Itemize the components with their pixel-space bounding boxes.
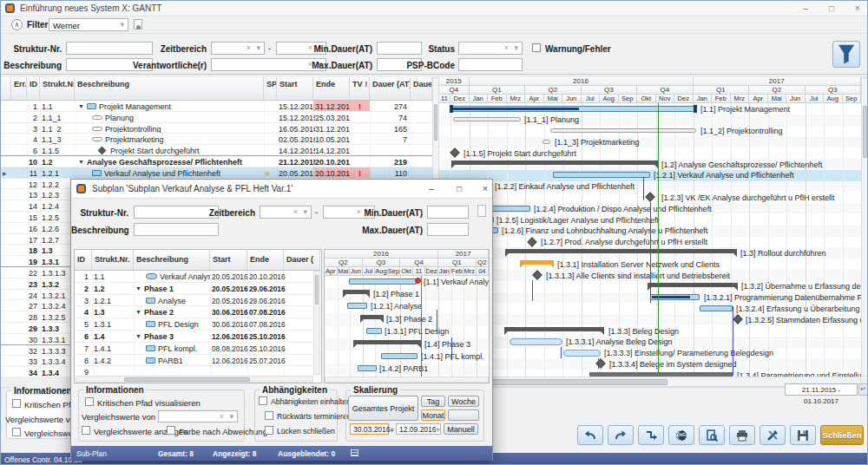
table-row[interactable]: 81.4.2PARB112.06.201625.07.2016: [75, 355, 320, 367]
maximize-icon[interactable]: □: [822, 3, 841, 15]
tag-button[interactable]: Tag: [421, 396, 445, 407]
skal-to-date[interactable]: 12.09.2016▾: [396, 423, 441, 435]
subplan-column-5[interactable]: Dauer (: [284, 250, 320, 270]
column-header-struktnr[interactable]: Strukt.Nr.: [40, 77, 75, 100]
column-header-tv[interactable]: TV!: [350, 77, 370, 100]
redo-button[interactable]: [608, 425, 634, 445]
dropdown-icon[interactable]: ▾: [437, 425, 440, 434]
dialog-close-icon[interactable]: ×: [474, 182, 496, 196]
column-header-sp[interactable]: SP: [264, 77, 277, 100]
gantt-bar-summary[interactable]: [360, 315, 384, 319]
subplan-column-4[interactable]: Ende: [247, 250, 284, 270]
close-dialog-button[interactable]: Schließen: [820, 425, 864, 445]
gantt-bar-task[interactable]: [450, 106, 697, 112]
psp-input[interactable]: [458, 58, 523, 71]
gantt-bar-pill[interactable]: [542, 140, 550, 144]
preview-button[interactable]: [699, 425, 725, 445]
gantt-vscrollbar-thumb[interactable]: [863, 106, 867, 158]
subplan-column-0[interactable]: ID: [75, 250, 92, 270]
table-row[interactable]: 31.1_2Projektontrolling16.05.201631.12.2…: [1, 123, 432, 134]
column-header-id[interactable]: ID: [27, 77, 40, 100]
gantt-bar-pill[interactable]: [453, 117, 521, 121]
grid-icon[interactable]: [351, 449, 358, 456]
gantt-bar-task[interactable]: [349, 278, 417, 285]
dlg-zeit-from-combo[interactable]: × ▾: [260, 206, 312, 219]
new-filter-icon[interactable]: [134, 19, 142, 29]
settings-button[interactable]: [760, 425, 786, 445]
column-header-dauerat[interactable]: Dauer (AT): [370, 77, 411, 100]
column-header-dauer[interactable]: Dauer: [411, 77, 432, 100]
gantt-bar-rounded[interactable]: [563, 350, 601, 357]
woche-button[interactable]: Woche: [448, 396, 479, 407]
table-row[interactable]: ▶111.2.1Verkauf Analyse und Pflichtenhef…: [1, 167, 432, 179]
expand-icon[interactable]: ▼: [78, 103, 84, 109]
filter-select[interactable]: Werner ▾: [49, 18, 128, 31]
save-button[interactable]: [790, 425, 816, 445]
dropdown-icon[interactable]: ▾: [120, 20, 126, 29]
gantt-bar-summary[interactable]: [505, 249, 737, 253]
dlg-krit-pfad-checkbox[interactable]: [85, 397, 94, 406]
undo-button[interactable]: [577, 425, 603, 445]
link-button[interactable]: [638, 425, 664, 445]
range-apply-icon[interactable]: ↵: [858, 383, 868, 396]
expand-icon[interactable]: ▼: [135, 333, 141, 339]
gantt-bar-task[interactable]: [358, 365, 377, 371]
gesamtes-projekt-button[interactable]: Gesamtes Projekt: [348, 396, 418, 421]
dialog-maximize-icon[interactable]: □: [448, 182, 470, 196]
kritischer-pfad-checkbox[interactable]: [12, 399, 21, 408]
gantt-bar-task[interactable]: [700, 305, 733, 311]
gantt-bar-summary[interactable]: [648, 283, 738, 287]
gantt-bar-task[interactable]: [366, 328, 382, 334]
combo-icons[interactable]: × ▾: [247, 43, 262, 52]
gantt-bar-pill[interactable]: [550, 128, 696, 133]
subplan-vscrollbar[interactable]: [313, 271, 320, 375]
combo-icons[interactable]: × ▾: [220, 412, 235, 421]
subplan-vscrollbar-thumb[interactable]: [315, 275, 319, 305]
table-row[interactable]: 41.3▼Phase 230.06.201607.08.2016: [75, 306, 320, 318]
column-header-err[interactable]: Err.: [11, 77, 27, 100]
table-row[interactable]: 61.4▼Phase 312.06.201625.10.2016: [75, 331, 320, 343]
visible-range-field[interactable]: 21.11.2015 - 01.10.2017: [785, 383, 858, 396]
manuell-button[interactable]: Manuell: [444, 423, 478, 435]
table-row[interactable]: 61.1.5Projekt Start durchgeführt14.12.20…: [1, 145, 432, 156]
subplan-gantt-scroll[interactable]: [325, 377, 489, 383]
dlg-vergleich-anzeigen-checkbox[interactable]: [82, 426, 90, 435]
warnung-checkbox[interactable]: [532, 43, 541, 52]
dlg-farbe-checkbox[interactable]: [167, 426, 175, 435]
dlg-vergleich-combo[interactable]: × ▾: [158, 410, 238, 422]
combo-icons[interactable]: × ▾: [293, 207, 309, 216]
gantt-bar-rounded[interactable]: [510, 338, 562, 345]
minimize-icon[interactable]: –: [796, 3, 815, 15]
quartal-button[interactable]: [448, 409, 479, 421]
gantt-bar-summary[interactable]: [343, 290, 370, 294]
status-combo[interactable]: × ▾: [458, 42, 523, 55]
gantt-bar-summary[interactable]: [504, 327, 604, 331]
apply-filter-button[interactable]: [832, 41, 860, 68]
dlg-rueckwaerts-checkbox[interactable]: [265, 411, 273, 420]
table-row[interactable]: 31.2.1Analyse20.05.201629.06.2016: [75, 295, 320, 307]
gantt-bar-summary[interactable]: [353, 340, 421, 344]
subplan-column-2[interactable]: Beschreibung: [134, 250, 210, 270]
gantt-bar-summary[interactable]: [451, 160, 658, 165]
dialog-minimize-icon[interactable]: –: [420, 182, 443, 196]
gantt-vscrollbar[interactable]: [861, 77, 868, 377]
table-row[interactable]: 41.1_3Projektmarketing02.05.201610.05.20…: [1, 134, 432, 145]
skal-from-date[interactable]: 30.03.2016▾: [350, 423, 389, 435]
expand-icon[interactable]: ▼: [135, 285, 141, 291]
gantt-bar-task[interactable]: [381, 353, 418, 359]
column-header-start[interactable]: Start: [277, 77, 313, 100]
zeitbereich-from-combo[interactable]: × ▾: [211, 42, 265, 55]
close-icon[interactable]: ×: [848, 3, 867, 15]
dlg-max-dauer-input[interactable]: [427, 223, 469, 236]
gantt-bar-task[interactable]: [347, 303, 367, 309]
expand-icon[interactable]: ▼: [135, 309, 141, 315]
table-row[interactable]: 11.1▼Projekt Management15.12.201531.12.2…: [1, 101, 432, 112]
monat-button[interactable]: Monat: [421, 409, 445, 421]
column-header-beschreibung[interactable]: Beschreibung: [75, 77, 264, 100]
table-row[interactable]: 21.2▼Phase 120.05.201629.06.2016: [75, 283, 320, 295]
table-row[interactable]: 71.4.1PFL kompl.08.08.201625.10.2016: [75, 343, 320, 355]
expand-icon[interactable]: ▼: [78, 159, 84, 165]
dlg-luecken-checkbox[interactable]: [265, 426, 273, 435]
subplan-column-3[interactable]: Start: [210, 250, 247, 270]
globe-button[interactable]: [668, 425, 694, 445]
